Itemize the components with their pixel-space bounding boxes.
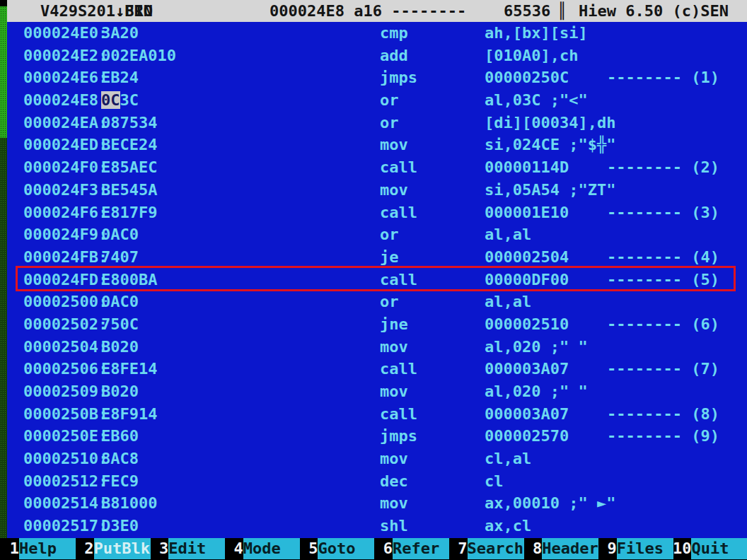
- function-key-number: 7: [448, 538, 468, 559]
- row-hex-bytes: 0AC0: [101, 291, 139, 313]
- function-key-goto[interactable]: 5 Goto: [299, 538, 374, 559]
- row-operand: ah,[bx][si]: [485, 22, 588, 45]
- disasm-row: 00002504: B020 mov al,020 ;" ": [7, 336, 747, 358]
- function-key-label: Header: [542, 538, 598, 559]
- row-address: 000024EA:: [23, 112, 108, 134]
- function-key-bar: 1 Help 2 PutBlk 3 Edit 4 Mode 5 Goto 6 R…: [0, 538, 747, 560]
- function-key-label: Search: [468, 538, 524, 559]
- row-hex-bytes: 7407: [101, 246, 139, 269]
- hiew-screen: V429S201.BIN ↓FRO 000024E8 a16 -------- …: [0, 0, 747, 560]
- byte-cursor[interactable]: 0C: [101, 91, 120, 109]
- function-key-label: Mode: [243, 538, 300, 559]
- row-operand: ax,00010 ;" ►": [485, 492, 615, 515]
- row-operand: 00000250C: [485, 66, 569, 89]
- disasm-row: 0000250B: E8F914 call 000003A07 --------…: [7, 403, 747, 426]
- row-operand: si,024CE ;"$╬": [485, 134, 615, 156]
- row-mnemonic: mov: [380, 380, 408, 403]
- row-mnemonic: jmps: [380, 66, 417, 89]
- row-hex-bytes: D3E0: [101, 515, 139, 537]
- function-key-edit[interactable]: 3 Edit: [149, 538, 224, 559]
- row-hex-bytes: E8F914: [101, 403, 157, 426]
- function-key-refer[interactable]: 6 Refer: [374, 538, 448, 559]
- row-jump-comment: -------- (6): [607, 313, 719, 336]
- film-edge-dark-segment: [0, 138, 7, 560]
- disasm-row: 000024F3: BE545A mov si,05A54 ;"ZT": [7, 179, 747, 202]
- function-key-putblk[interactable]: 2 PutBlk: [75, 538, 150, 559]
- row-mnemonic: mov: [380, 336, 408, 358]
- row-jump-comment: -------- (7): [607, 358, 719, 380]
- row-address: 00002500:: [23, 291, 108, 313]
- title-bar: V429S201.BIN ↓FRO 000024E8 a16 -------- …: [7, 0, 747, 22]
- row-operand: al,al: [485, 223, 531, 246]
- row-address: 00002514:: [23, 492, 108, 515]
- function-key-number: 5: [299, 538, 318, 559]
- disasm-row: 000024E2: 002EA010 add [010A0],ch: [7, 45, 747, 67]
- row-address: 000024ED:: [23, 134, 108, 156]
- function-key-number: 3: [149, 538, 168, 559]
- row-jump-comment: -------- (9): [607, 425, 719, 448]
- row-hex-bytes: BE545A: [101, 179, 157, 202]
- disasm-row: 00002512: FEC9 dec cl: [7, 470, 747, 493]
- row-mnemonic: mov: [380, 448, 408, 470]
- function-key-mode[interactable]: 4 Mode: [224, 538, 299, 559]
- disasm-row: 000024ED: BECE24 mov si,024CE ;"$╬": [7, 134, 747, 156]
- row-address: 000024F0:: [23, 156, 108, 179]
- row-operand: 000003A07: [485, 403, 569, 426]
- row-mnemonic: call: [380, 202, 417, 224]
- function-key-label: Help: [19, 538, 76, 559]
- film-edge-bright-segment: [0, 6, 7, 138]
- row-hex-bytes: 3A20: [101, 22, 139, 45]
- view-mode-indicator: ↓FRO: [115, 0, 153, 22]
- disasm-row-highlighted: 000024FD: E800BA call 00000DF00 --------…: [7, 269, 747, 291]
- function-key-number: 4: [224, 538, 243, 559]
- row-address: 0000250E:: [23, 425, 108, 448]
- function-key-files[interactable]: 9 Files: [598, 538, 673, 559]
- row-address: 00002510:: [23, 448, 108, 470]
- function-key-header[interactable]: 8 Header: [523, 538, 598, 559]
- row-address: 0000250B:: [23, 403, 108, 426]
- row-hex-bytes: FEC9: [101, 470, 139, 493]
- title-separator: ║: [557, 0, 567, 22]
- row-operand: si,05A54 ;"ZT": [485, 179, 615, 202]
- function-key-number: 9: [598, 538, 617, 559]
- row-hex-bytes: 002EA010: [101, 45, 176, 67]
- row-mnemonic: shl: [380, 515, 408, 537]
- file-size: 65536: [504, 0, 550, 22]
- row-operand: 000001E10: [485, 202, 569, 224]
- row-jump-comment: -------- (1): [607, 66, 719, 89]
- disasm-row: 00002509: B020 mov al,020 ;" ": [7, 380, 747, 403]
- disasm-row: 000024E8: 0C3C or al,03C ;"<": [7, 89, 747, 112]
- disasm-row: 000024E0: 3A20 cmp ah,[bx][si]: [7, 22, 747, 45]
- row-address: 00002506:: [23, 358, 108, 380]
- function-key-search[interactable]: 7 Search: [448, 538, 523, 559]
- disasm-row: 000024EA: 087534 or [di][00034],dh: [7, 112, 747, 134]
- row-hex-bytes: E85AEC: [101, 156, 157, 179]
- row-mnemonic: call: [380, 358, 417, 380]
- row-operand: cl: [485, 470, 504, 493]
- function-key-label: Goto: [318, 538, 374, 559]
- disasm-row: 000024F0: E85AEC call 00000114D --------…: [7, 156, 747, 179]
- offset-indicator: 000024E8 a16 --------: [270, 0, 466, 22]
- row-operand: ax,cl: [485, 515, 531, 537]
- disasm-row: 00002500: 0AC0 or al,al: [7, 291, 747, 313]
- function-key-help[interactable]: 1 Help: [0, 538, 75, 559]
- row-address: 00002509:: [23, 380, 108, 403]
- row-hex-bytes: 0C3C: [101, 89, 139, 112]
- row-hex-bytes: 750C: [101, 313, 139, 336]
- row-operand: 000003A07: [485, 358, 569, 380]
- row-mnemonic: call: [380, 269, 417, 291]
- function-key-label: PutBlk: [94, 538, 151, 559]
- function-key-quit[interactable]: 10 Quit: [672, 538, 747, 559]
- row-address: 000024E8:: [23, 89, 108, 112]
- row-jump-comment: -------- (2): [607, 156, 719, 179]
- row-operand: 00000114D: [485, 156, 569, 179]
- row-mnemonic: or: [380, 223, 399, 246]
- disasm-row: 000024F9: 0AC0 or al,al: [7, 223, 747, 246]
- row-jump-comment: -------- (8): [607, 403, 719, 426]
- row-address: 000024E6:: [23, 66, 108, 89]
- row-hex-bytes: E800BA: [101, 269, 157, 291]
- row-jump-comment: -------- (4): [607, 246, 719, 269]
- row-address: 000024F9:: [23, 223, 108, 246]
- disasm-row: 000024FB: 7407 je 000002504 -------- (4): [7, 246, 747, 269]
- row-address: 00002517:: [23, 515, 108, 537]
